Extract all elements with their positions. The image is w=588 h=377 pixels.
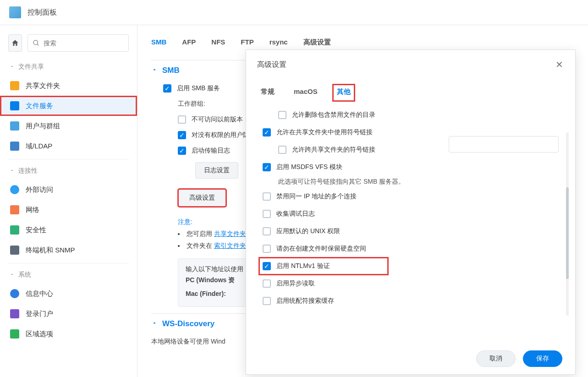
sidebar-item-security[interactable]: 安全性 xyxy=(0,220,137,240)
modal-tab-macos[interactable]: macOS xyxy=(290,85,321,101)
log-settings-button[interactable]: 日志设置 xyxy=(195,162,238,179)
search-input[interactable] xyxy=(44,39,124,47)
sidebar-item-label: 用户与群组 xyxy=(26,122,60,131)
checkbox-symlinks[interactable]: ✓ xyxy=(263,128,271,137)
portal-icon xyxy=(10,309,19,318)
modal-title: 高级设置 xyxy=(257,60,286,70)
checkbox-ntlmv1[interactable]: ✓ xyxy=(263,262,271,270)
folder-icon xyxy=(10,81,19,90)
modal-tab-general[interactable]: 常规 xyxy=(257,85,278,101)
modal-scrollbar[interactable] xyxy=(566,132,569,316)
sidebar-item-label: 终端机和 SNMP xyxy=(26,246,75,255)
index-folder-link[interactable]: 索引文件夹 xyxy=(214,242,246,249)
shared-folder-link[interactable]: 共享文件夹 xyxy=(214,230,246,237)
sidebar-item-label: 共享文件夹 xyxy=(26,82,60,90)
sidebar-item-label: 区域选项 xyxy=(26,330,53,339)
sidebar-item-label: 文件服务 xyxy=(26,102,53,110)
save-button[interactable]: 保存 xyxy=(523,350,562,367)
checkbox-label: 允许跨共享文件夹的符号链接 xyxy=(292,146,375,154)
network-icon xyxy=(10,205,19,214)
sidebar-item-label: 信息中心 xyxy=(26,290,53,298)
checkbox-label: 启用 SMB 服务 xyxy=(177,84,220,93)
info-icon xyxy=(10,289,19,298)
sidebar-item-users-groups[interactable]: 用户与群组 xyxy=(0,116,137,136)
sidebar-item-external-access[interactable]: 外部访问 xyxy=(0,180,137,200)
group-label: 连接性 xyxy=(18,167,38,175)
sidebar-item-file-services[interactable]: 文件服务 xyxy=(0,96,137,116)
home-button[interactable] xyxy=(8,34,22,52)
sidebar-item-terminal-snmp[interactable]: 终端机和 SNMP xyxy=(0,240,137,260)
sidebar-item-login-portal[interactable]: 登录门户 xyxy=(0,304,137,324)
checkbox-disable-multi-ip[interactable] xyxy=(263,192,271,201)
sidebar-item-shared-folder[interactable]: 共享文件夹 xyxy=(0,76,137,96)
checkbox-label: 启用 MSDFS VFS 模块 xyxy=(276,163,342,171)
file-service-icon xyxy=(10,101,19,110)
group-label: 文件共享 xyxy=(18,63,44,71)
sidebar-item-label: 网络 xyxy=(26,206,39,214)
sidebar-item-label: 外部访问 xyxy=(26,186,53,194)
checkbox-enable-smb[interactable]: ✓ xyxy=(163,84,171,93)
checkbox-label: 允许删除包含禁用文件的目录 xyxy=(292,111,375,119)
region-icon xyxy=(10,329,19,339)
sidebar-item-ldap[interactable]: 域/LDAP xyxy=(0,136,137,156)
sidebar-item-label: 安全性 xyxy=(26,226,46,235)
advanced-settings-modal: 高级设置 ✕ 常规 macOS 其他 允许删除包含禁用文件的目录 ✓ 允许在共享… xyxy=(246,49,576,375)
advanced-settings-button[interactable]: 高级设置 xyxy=(178,189,226,207)
header: 控制面板 xyxy=(0,0,588,25)
checkbox-debug-log[interactable] xyxy=(263,210,271,218)
checkbox-unix-perm[interactable] xyxy=(263,227,271,235)
chevron-up-icon xyxy=(151,66,158,75)
group-label: 系统 xyxy=(18,271,31,279)
shield-icon xyxy=(10,225,19,235)
tab-rsync[interactable]: rsync xyxy=(269,34,288,50)
checkbox-allow-delete-disabled[interactable] xyxy=(278,111,286,119)
section-title-text: SMB xyxy=(162,66,180,75)
chevron-up-icon xyxy=(9,63,15,71)
tab-nfs[interactable]: NFS xyxy=(211,34,225,50)
sidebar-item-info-center[interactable]: 信息中心 xyxy=(0,284,137,304)
checkbox-wildcard-cache[interactable] xyxy=(263,297,271,305)
chevron-up-icon xyxy=(9,271,15,279)
ldap-icon xyxy=(10,142,19,151)
modal-tab-other[interactable]: 其他 xyxy=(333,85,354,101)
checkbox-msdfs[interactable]: ✓ xyxy=(263,163,271,171)
checkbox-label: 允许在共享文件夹中使用符号链接 xyxy=(276,128,373,137)
sidebar-item-network[interactable]: 网络 xyxy=(0,200,137,220)
checkbox-reserve-disk[interactable] xyxy=(263,245,271,253)
checkbox-label: 请勿在创建文件时保留硬盘空间 xyxy=(276,245,366,253)
checkbox-transfer-log[interactable]: ✓ xyxy=(178,147,186,155)
sidebar: 文件共享 共享文件夹 文件服务 用户与群组 域/LDAP 连接性 外部访问 xyxy=(0,25,137,377)
close-icon[interactable]: ✕ xyxy=(552,57,567,72)
dropdown-placeholder[interactable] xyxy=(449,136,559,153)
group-connectivity[interactable]: 连接性 xyxy=(0,162,137,180)
control-panel-icon xyxy=(9,6,21,18)
checkbox-label: 不可访问以前版本 xyxy=(192,115,243,124)
section-title-text: WS-Discovery xyxy=(162,319,214,328)
search-box[interactable] xyxy=(27,34,129,52)
group-file-sharing[interactable]: 文件共享 xyxy=(0,58,137,76)
checkbox-label: 收集调试日志 xyxy=(276,210,315,218)
group-system[interactable]: 系统 xyxy=(0,266,137,284)
tab-ftp[interactable]: FTP xyxy=(241,34,253,50)
checkbox-label: 启用 NTLMv1 验证 xyxy=(276,262,330,270)
checkbox-label: 启用统配符搜索缓存 xyxy=(276,297,334,305)
chevron-up-icon xyxy=(151,319,158,328)
msdfs-description: 此选项可让符号链接指向其它 SMB 服务器。 xyxy=(263,176,562,188)
home-icon xyxy=(11,39,19,47)
checkbox-async-read[interactable] xyxy=(263,279,271,288)
checkbox-hide-noperm[interactable]: ✓ xyxy=(178,131,186,139)
users-icon xyxy=(10,121,19,131)
globe-icon xyxy=(10,185,19,194)
checkbox-cross-symlinks[interactable] xyxy=(278,146,286,154)
sidebar-item-label: 域/LDAP xyxy=(26,142,52,151)
cancel-button[interactable]: 取消 xyxy=(476,350,516,367)
tab-afp[interactable]: AFP xyxy=(182,34,196,50)
search-icon xyxy=(33,39,40,47)
tab-smb[interactable]: SMB xyxy=(151,34,166,50)
terminal-icon xyxy=(10,246,19,255)
tab-advanced[interactable]: 高级设置 xyxy=(303,34,331,50)
sidebar-item-regional[interactable]: 区域选项 xyxy=(0,324,137,344)
checkbox-label: 应用默认的 UNIX 权限 xyxy=(276,227,340,235)
header-title: 控制面板 xyxy=(27,8,57,17)
checkbox-previous-version[interactable] xyxy=(178,115,186,124)
